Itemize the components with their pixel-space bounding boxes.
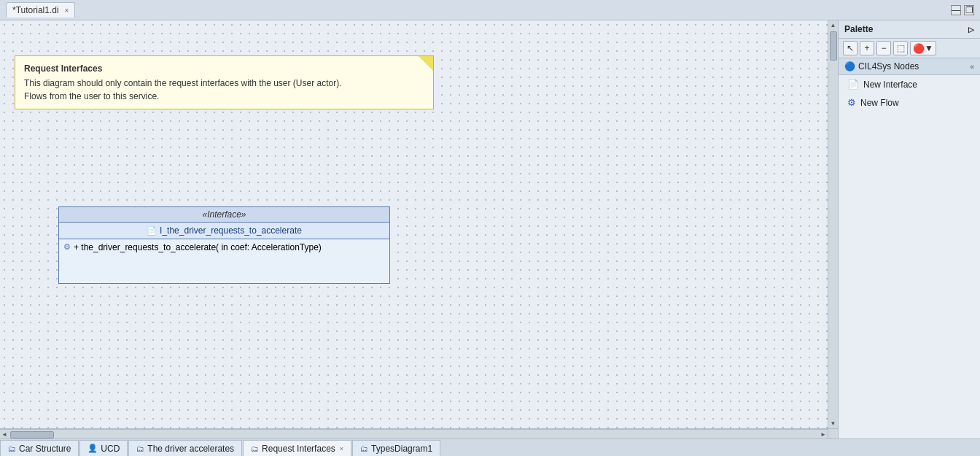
tab-driver-accelerates[interactable]: 🗂 The driver accelerates <box>128 440 242 456</box>
tab-label-driver: The driver accelerates <box>147 444 234 454</box>
tab-label-car-structure: Car Structure <box>19 444 71 454</box>
new-interface-icon: 📄 <box>847 79 859 90</box>
tab-label-types: TypesDiagram1 <box>371 444 432 454</box>
canvas-area[interactable]: Request Interfaces This diagram should o… <box>0 20 828 428</box>
palette-header: Palette ▷ <box>839 20 980 39</box>
select-tool-button[interactable]: ↖ <box>843 41 858 55</box>
palette-section-label: CIL4Sys Nodes <box>858 61 919 72</box>
tab-icon-car-structure: 🗂 <box>8 444 16 453</box>
interface-box[interactable]: «Interface» 📄 I_the_driver_requests_to_a… <box>58 206 390 284</box>
tab-label-request: Request Interfaces <box>262 444 335 454</box>
zoom-in-button[interactable]: + <box>860 41 874 55</box>
palette-item-new-flow[interactable]: ⚙ New Flow <box>839 93 980 112</box>
tab-icon-request: 🗂 <box>251 444 259 453</box>
method-gear-icon: ⚙ <box>63 242 71 252</box>
tab-close-icon[interactable]: × <box>65 7 69 15</box>
note-box: Request Interfaces This diagram should o… <box>15 55 434 109</box>
tab-icon-types: 🗂 <box>360 444 368 453</box>
horizontal-scrollbar[interactable]: ◄ ► <box>0 429 828 438</box>
interface-name: 📄 I_the_driver_requests_to_accelerate <box>59 223 389 239</box>
title-bar: *Tutorial1.di × — ❐ <box>0 0 980 20</box>
main-area: Request Interfaces This diagram should o… <box>0 20 980 438</box>
scroll-right-arrow[interactable]: ► <box>819 430 828 438</box>
restore-button[interactable]: ❐ <box>964 5 974 15</box>
new-flow-label: New Flow <box>860 98 899 108</box>
section-collapse-icon[interactable]: « <box>970 63 974 71</box>
tab-types-diagram[interactable]: 🗂 TypesDiagram1 <box>352 440 440 456</box>
new-flow-icon: ⚙ <box>847 97 856 108</box>
scroll-v-thumb[interactable] <box>830 31 837 61</box>
more-icon: ▼ <box>925 43 933 53</box>
zoom-out-icon: − <box>881 43 886 53</box>
more-tools-button[interactable]: 🔴 ▼ <box>910 41 936 55</box>
scroll-corner <box>828 429 838 438</box>
scroll-left-arrow[interactable]: ◄ <box>0 430 9 438</box>
tab-close-request[interactable]: × <box>340 445 343 452</box>
marquee-icon: ⬚ <box>897 43 905 53</box>
zoom-in-icon: + <box>864 43 869 53</box>
scroll-h-thumb[interactable] <box>10 431 54 438</box>
scroll-down-arrow[interactable]: ▼ <box>829 419 838 428</box>
window-controls: — ❐ <box>951 5 974 15</box>
palette-title: Palette <box>844 24 873 34</box>
bottom-scroll-area: ◄ ► <box>0 428 838 438</box>
tab-icon-driver: 🗂 <box>136 444 144 453</box>
palette-expand-icon[interactable]: ▷ <box>968 26 974 34</box>
interface-doc-icon: 📄 <box>147 226 157 236</box>
tab-request-interfaces[interactable]: 🗂 Request Interfaces × <box>243 440 351 456</box>
tab-car-structure[interactable]: 🗂 Car Structure <box>0 440 79 456</box>
minimize-button[interactable]: — <box>951 5 961 15</box>
new-interface-label: New Interface <box>863 80 917 90</box>
tab-label-ucd: UCD <box>101 444 120 454</box>
zoom-out-button[interactable]: − <box>876 41 891 55</box>
bottom-tab-bar: 🗂 Car Structure 👤 UCD 🗂 The driver accel… <box>0 438 980 456</box>
interface-body: ⚙ + the_driver_requests_to_accelerate( i… <box>59 239 389 283</box>
marquee-button[interactable]: ⬚ <box>893 41 908 55</box>
vertical-scrollbar[interactable]: ▲ ▼ <box>828 20 838 428</box>
canvas-with-scroll: Request Interfaces This diagram should o… <box>0 20 838 438</box>
palette-section-header[interactable]: 🔵 CIL4Sys Nodes « <box>839 58 980 75</box>
tab-label: *Tutorial1.di <box>12 5 59 15</box>
section-icon: 🔵 <box>844 61 855 72</box>
note-line2: Flows from the user to this service. <box>24 90 424 103</box>
note-title: Request Interfaces <box>24 62 424 75</box>
tab-ucd[interactable]: 👤 UCD <box>79 440 128 456</box>
palette-panel: Palette ▷ ↖ + − ⬚ 🔴 ▼ 🔵 CIL4Sys <box>838 20 980 438</box>
interface-method: + the_driver_requests_to_accelerate( in … <box>74 242 322 252</box>
palette-toolbar: ↖ + − ⬚ 🔴 ▼ <box>839 39 980 58</box>
red-tool-icon: 🔴 <box>913 43 925 54</box>
interface-stereotype: «Interface» <box>59 207 389 223</box>
palette-item-new-interface[interactable]: 📄 New Interface <box>839 75 980 93</box>
tab-icon-ucd: 👤 <box>88 444 98 453</box>
title-tab[interactable]: *Tutorial1.di × <box>6 2 75 18</box>
select-icon: ↖ <box>847 43 854 53</box>
scroll-up-arrow[interactable]: ▲ <box>829 20 838 30</box>
note-line1: This diagram should only contain the req… <box>24 77 424 90</box>
canvas-row: Request Interfaces This diagram should o… <box>0 20 838 428</box>
